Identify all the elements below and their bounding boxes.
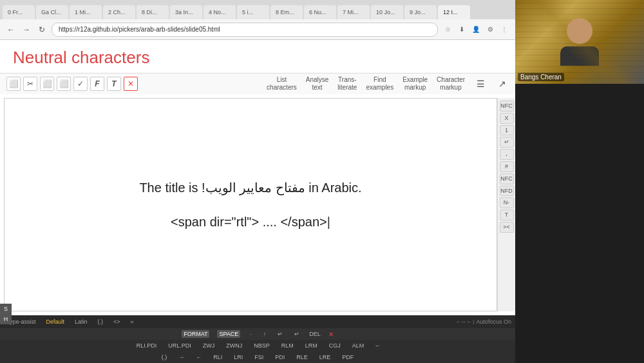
character-markup-menu[interactable]: Character markup: [437, 76, 465, 92]
editor-line-1: The title is !مفتاح معايير الويب in Arab…: [139, 180, 361, 195]
equals-label[interactable]: =: [128, 317, 137, 326]
comma-button[interactable]: ،: [500, 149, 514, 160]
tab-12[interactable]: 9 Jo...: [404, 5, 437, 19]
person-head: [567, 18, 592, 44]
find-examples-menu[interactable]: Find examples: [366, 76, 393, 92]
tab-1[interactable]: Ga Cl...: [36, 5, 68, 19]
menu-icon[interactable]: ⋮: [498, 24, 510, 35]
n-minus-button[interactable]: N-: [500, 197, 514, 208]
pdf-key[interactable]: PDF: [340, 353, 355, 361]
one-button[interactable]: 1: [500, 125, 514, 136]
forward-button[interactable]: →: [21, 24, 32, 35]
del-key[interactable]: DEL: [309, 331, 321, 337]
transliterate-menu[interactable]: Trans- literate: [337, 76, 357, 92]
font-f-button[interactable]: F: [90, 77, 104, 91]
back-button[interactable]: ←: [5, 24, 17, 35]
space-key[interactable]: SPACE: [217, 330, 240, 338]
pdi-key[interactable]: PDI: [273, 353, 287, 361]
alm-key[interactable]: ALM: [350, 342, 366, 349]
tab-11[interactable]: 10 Jo...: [371, 5, 403, 19]
rle-key[interactable]: RLE: [294, 353, 310, 361]
check-button[interactable]: ✓: [73, 77, 88, 91]
nfc-button[interactable]: NFC: [500, 101, 514, 112]
parens-label[interactable]: (.): [95, 317, 106, 326]
editor-line-2: <span dir="rtl"> .... </span>: [171, 215, 330, 230]
lrm-key[interactable]: LRM: [303, 342, 319, 349]
tab-6[interactable]: 4 No...: [204, 5, 236, 19]
cut-button[interactable]: ✂: [23, 77, 37, 91]
left-tab[interactable]: S H: [0, 304, 12, 324]
bottom-bar: Type-assist Default Latin (.) <> = →↔←↕ …: [0, 315, 515, 363]
nbsp-key[interactable]: NBSP: [252, 342, 272, 349]
address-bar[interactable]: https://r12a.github.io/pickers/arab-arb-…: [52, 23, 438, 37]
hash-button[interactable]: #: [500, 161, 514, 172]
default-label[interactable]: Default: [44, 317, 68, 326]
bookmark-icon[interactable]: ☆: [442, 24, 453, 35]
bottom-right-controls: →↔←↕ Autofocus On: [455, 319, 511, 325]
x-del-key[interactable]: ✕: [328, 331, 334, 338]
tab-13[interactable]: 12 I...: [438, 5, 470, 19]
nfd-button[interactable]: NFD: [500, 186, 514, 197]
tab-8[interactable]: 8 Em...: [270, 5, 303, 19]
download-icon[interactable]: ⬇: [456, 24, 468, 35]
select-all-button[interactable]: ⬜: [57, 77, 71, 91]
analyse-text-menu[interactable]: Analyse text: [306, 76, 329, 92]
cgj-key[interactable]: CGJ: [327, 342, 343, 349]
app-toolbar-left: ⬜ ✂ ⬜ ⬜ ✓ F T ✕: [6, 77, 138, 91]
clear-button[interactable]: ✕: [124, 77, 138, 91]
nfc2-button[interactable]: NFC: [500, 173, 514, 184]
reload-button[interactable]: ↻: [36, 24, 48, 35]
rli2-key[interactable]: RLI: [211, 353, 224, 361]
browser-tab-bar: 0 Fr... Ga Cl... 1 Mi... 2 Ch... 8 Di...…: [0, 0, 515, 19]
fsi-key[interactable]: FSI: [252, 353, 265, 361]
x-sidebar-button[interactable]: X: [500, 113, 514, 124]
lre-key[interactable]: LRE: [317, 353, 333, 361]
forward-key[interactable]: ↵: [292, 330, 301, 338]
editor-main[interactable]: The title is !مفتاح معايير الويب in Arab…: [4, 98, 497, 311]
lri-key[interactable]: LRI: [232, 353, 245, 361]
zwj-key[interactable]: ZWJ: [201, 342, 217, 349]
rlm-key[interactable]: RLM: [279, 342, 296, 349]
list-characters-menu[interactable]: List characters: [267, 76, 297, 92]
dot-key[interactable]: ·: [248, 330, 254, 338]
tab-4[interactable]: 8 Di...: [137, 5, 169, 19]
tab-9[interactable]: 6 Nu...: [304, 5, 336, 19]
s-tab[interactable]: S: [3, 304, 9, 314]
page-content: Neutral characters ⬜ ✂ ⬜ ⬜ ✓ F T ✕ List …: [0, 40, 515, 363]
return-key[interactable]: ↵: [276, 330, 285, 338]
example-markup-menu[interactable]: Example markup: [402, 76, 428, 92]
settings-icon[interactable]: ⚙: [484, 24, 496, 35]
zwnj-key[interactable]: ZWNJ: [224, 342, 244, 349]
hamburger-menu-icon[interactable]: ☰: [474, 77, 487, 90]
paste-button[interactable]: ⬜: [40, 77, 54, 91]
arrow-left-key[interactable]: ←: [194, 353, 204, 361]
tab-2[interactable]: 1 Mi...: [70, 5, 102, 19]
parens2-key[interactable]: (.): [160, 353, 169, 361]
return-button[interactable]: ↵: [500, 137, 514, 148]
url-pdi-key[interactable]: URL.PDI: [166, 342, 193, 349]
app-toolbar-right: List characters Analyse text Trans- lite…: [267, 76, 509, 92]
font-t-button[interactable]: T: [107, 77, 121, 91]
page-title: Neutral characters: [0, 40, 515, 73]
arrow-right-key[interactable]: →: [176, 353, 186, 361]
account-icon[interactable]: 👤: [470, 24, 482, 35]
bottom-bar-row2: FORMAT SPACE · ↑ ↵ ↵ DEL ✕: [0, 328, 515, 340]
tab-7[interactable]: 5 i...: [237, 5, 269, 19]
latin-label[interactable]: Latin: [72, 317, 90, 326]
angle-label[interactable]: <>: [111, 317, 123, 326]
format-key[interactable]: FORMAT: [182, 330, 209, 338]
rli-pdi-key[interactable]: RLI.PDI: [135, 342, 159, 349]
tab-0[interactable]: 0 Fr...: [3, 5, 35, 19]
copy-button[interactable]: ⬜: [6, 77, 21, 91]
up-arrow-key[interactable]: ↑: [261, 330, 269, 338]
dash-key[interactable]: –: [374, 342, 381, 349]
external-link-icon[interactable]: ↗: [496, 77, 509, 90]
arrows-button[interactable]: ><: [500, 222, 514, 233]
h-tab[interactable]: H: [3, 314, 10, 324]
tab-10[interactable]: 7 Mi...: [337, 5, 370, 19]
bottom-bar-row3: RLI.PDI URL.PDI ZWJ ZWNJ NBSP RLM LRM CG…: [0, 340, 515, 351]
tab-5[interactable]: 3a In...: [170, 5, 202, 19]
video-overlay: Bangs Cheran: [515, 0, 644, 84]
tab-3[interactable]: 2 Ch...: [103, 5, 135, 19]
t-button[interactable]: T: [500, 210, 514, 221]
